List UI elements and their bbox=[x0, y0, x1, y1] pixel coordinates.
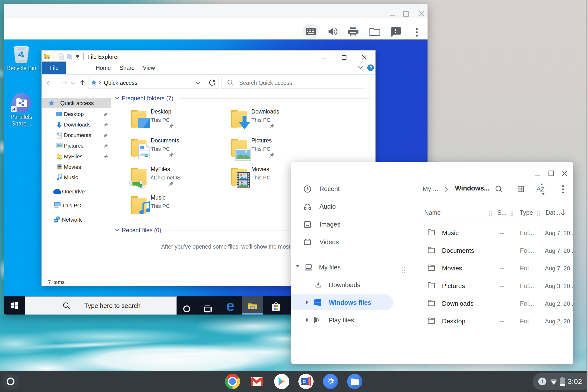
svg-text:A: A bbox=[140, 146, 142, 150]
